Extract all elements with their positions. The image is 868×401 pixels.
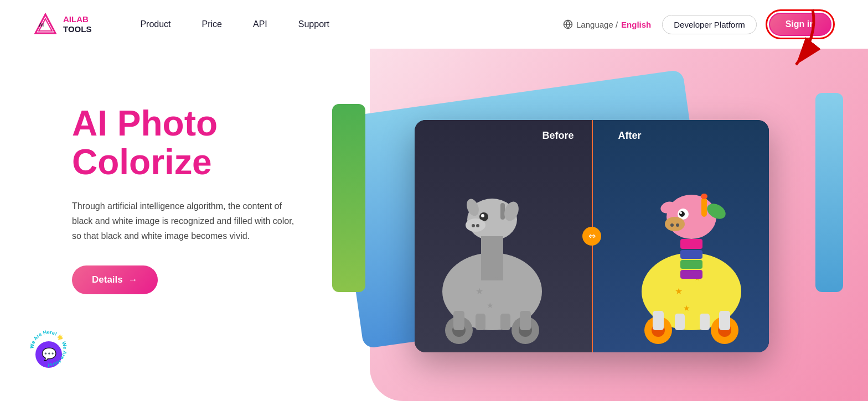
bg-card-right xyxy=(815,93,843,292)
nav-api[interactable]: API xyxy=(253,19,267,29)
svg-text:★: ★ xyxy=(495,274,501,282)
image-split: ★ ★ ★ xyxy=(415,120,769,352)
svg-rect-54 xyxy=(700,314,710,330)
svg-rect-24 xyxy=(453,311,464,330)
nav-product[interactable]: Product xyxy=(140,19,170,29)
svg-rect-37 xyxy=(701,197,707,217)
hero-description: Through artificial intelligence algorith… xyxy=(72,199,304,244)
svg-point-45 xyxy=(670,223,674,227)
signin-wrapper: Sign in xyxy=(766,9,835,39)
svg-text:★: ★ xyxy=(487,301,494,310)
svg-point-12 xyxy=(466,218,485,232)
after-label: After xyxy=(618,130,642,142)
svg-point-13 xyxy=(472,224,475,227)
details-button[interactable]: Details → xyxy=(72,265,158,294)
right-content: Before After xyxy=(349,71,835,401)
svg-rect-53 xyxy=(675,314,685,330)
svg-rect-52 xyxy=(719,311,730,330)
navbar: AI AILAB TOOLS Product Price API Support… xyxy=(0,0,868,49)
signin-button[interactable]: Sign in xyxy=(769,13,831,36)
before-after-card: Before After xyxy=(415,120,769,352)
svg-text:★: ★ xyxy=(683,304,690,313)
svg-rect-34 xyxy=(680,260,702,269)
left-content: AI Photo Colorize Through artificial int… xyxy=(72,71,349,294)
svg-point-14 xyxy=(476,224,479,227)
main-content: AI Photo Colorize Through artificial int… xyxy=(0,49,868,401)
split-handle[interactable]: ⇔ xyxy=(582,227,601,246)
svg-point-38 xyxy=(701,194,707,199)
svg-point-36 xyxy=(666,195,716,239)
after-side: ★ ★ ★ xyxy=(592,120,769,352)
hero-title: AI Photo Colorize xyxy=(72,104,349,182)
svg-text:★: ★ xyxy=(675,287,683,296)
svg-rect-9 xyxy=(500,203,505,220)
svg-rect-25 xyxy=(520,311,531,330)
svg-point-42 xyxy=(679,211,685,217)
svg-rect-27 xyxy=(500,314,510,330)
svg-rect-32 xyxy=(680,239,702,249)
svg-point-11 xyxy=(481,214,484,217)
svg-text:★: ★ xyxy=(476,287,483,296)
svg-rect-35 xyxy=(680,270,702,279)
svg-text:AI: AI xyxy=(39,22,44,28)
nav-support[interactable]: Support xyxy=(298,19,329,29)
globe-icon xyxy=(563,19,573,29)
toy-color: ★ ★ ★ xyxy=(592,148,769,352)
svg-point-46 xyxy=(676,223,679,227)
chat-icon: 💬 xyxy=(42,347,56,362)
we-are-here-badge[interactable]: We Are Here! 🌟 We Are Here! 💬 xyxy=(28,328,69,368)
logo[interactable]: AI AILAB TOOLS xyxy=(33,12,91,37)
language-selector[interactable]: Language / English xyxy=(563,19,651,29)
toy-bw: ★ ★ ★ xyxy=(415,148,592,352)
before-side: ★ ★ ★ xyxy=(415,120,592,352)
card-header: Before After xyxy=(415,130,769,142)
svg-point-44 xyxy=(665,217,685,231)
logo-text: AILAB TOOLS xyxy=(63,14,91,34)
arrow-icon: → xyxy=(128,274,138,285)
language-label: Language / xyxy=(576,20,618,29)
bg-card-left xyxy=(332,104,365,292)
svg-rect-8 xyxy=(481,236,503,280)
svg-rect-26 xyxy=(476,314,485,330)
language-value: English xyxy=(621,20,651,29)
developer-platform-button[interactable]: Developer Platform xyxy=(662,15,756,34)
signin-highlight: Sign in xyxy=(766,9,835,39)
svg-rect-51 xyxy=(653,311,664,330)
before-label: Before xyxy=(542,130,574,142)
logo-icon: AI xyxy=(33,12,58,37)
nav-price[interactable]: Price xyxy=(202,19,222,29)
svg-point-43 xyxy=(680,212,682,214)
svg-rect-33 xyxy=(680,250,702,259)
